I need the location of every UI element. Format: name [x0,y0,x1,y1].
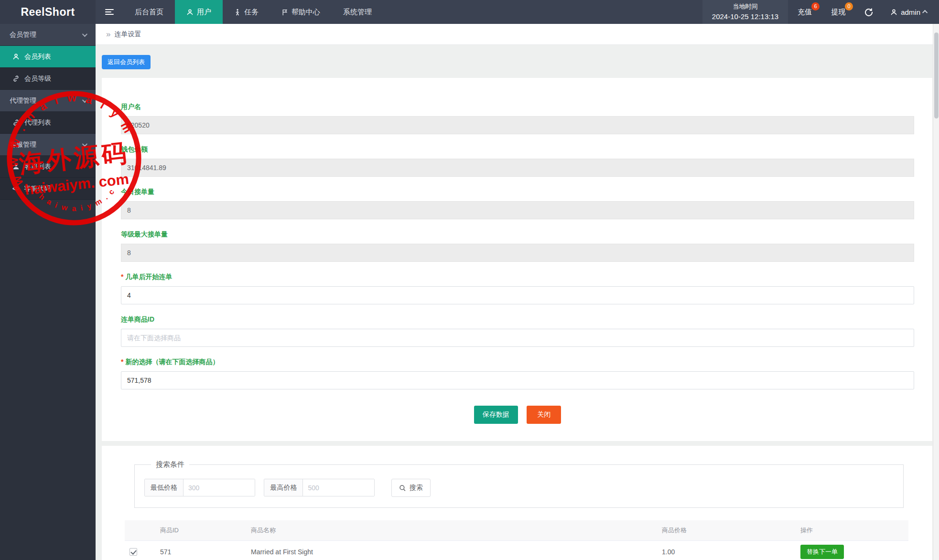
wallet-balance-input [121,159,914,177]
top-menu: 后台首页 用户 任务 帮助中心 系统管理 [123,0,383,24]
today-orders-input [121,201,914,219]
local-time: 当地时间 2024-10-25 12:13:13 [702,0,788,24]
field-new-selection: *新的选择（请在下面选择商品） [121,358,914,389]
admin-app: ReelShort 后台首页 用户 任务 帮助中心 系统管理 [0,0,939,560]
field-wallet-balance: 钱包余额 [121,145,914,177]
search-legend: 搜索条件 [151,460,189,469]
table-row: 571 Married at First Sight 1.00 替换下一单 [125,540,908,560]
form-buttons: 保存数据 关闭 [121,406,914,424]
field-chain-product-id: 连单商品ID [121,315,914,347]
new-selection-input[interactable] [121,371,914,389]
field-level-max-orders: 等级最大接单量 [121,230,914,262]
product-name: Married at First Sight [246,540,657,560]
local-time-label: 当地时间 [733,2,757,11]
sidebar: 会员管理 会员列表 会员等级 代理管理 代理列表 客服管理 客服列表 </> [0,24,96,560]
max-price-group: 最高价格 [264,479,375,496]
username-input [121,116,914,134]
refresh-button[interactable] [855,0,883,24]
user-icon [12,53,20,60]
sidebar-group-agent-management[interactable]: 代理管理 [0,90,96,112]
sidebar-toggle-button[interactable] [96,0,123,24]
sidebar-item-support-list[interactable]: 客服列表 [0,156,96,178]
min-price-group: 最低价格 [144,479,255,496]
scrollbar-thumb[interactable] [934,32,939,118]
sidebar-item-member-list[interactable]: 会员列表 [0,46,96,68]
max-price-input[interactable] [303,479,374,496]
col-product-id: 商品ID [155,520,246,540]
chain-order-settings-form: 用户名 钱包余额 今日接单量 等级最大接单量 *几单后开始连单 连单商品ID [102,78,932,441]
chain-product-id-input[interactable] [121,329,914,347]
main-content: 返回会员列表 用户名 钱包余额 今日接单量 等级最大接单量 *几单后开始连单 [96,45,939,560]
breadcrumb: » 连单设置 [96,24,939,45]
refresh-icon [864,8,873,16]
top-menu-tasks[interactable]: 任务 [223,0,270,24]
chevron-down-icon [82,31,87,36]
save-data-button[interactable]: 保存数据 [474,406,518,424]
top-menu-dashboard[interactable]: 后台首页 [123,0,175,24]
user-solid-icon [12,163,20,170]
search-icon [399,485,406,492]
page-title: 连单设置 [114,30,141,39]
required-asterisk: * [121,273,123,280]
table-header-row: 商品ID 商品名称 商品价格 操作 [125,520,908,540]
account-name: admin [901,8,920,16]
replace-next-order-button[interactable]: 替换下一单 [800,545,844,559]
product-table: 商品ID 商品名称 商品价格 操作 571 Married at First S… [125,520,908,560]
user-icon [890,9,897,16]
field-today-orders: 今日接单量 [121,188,914,219]
sidebar-item-member-level[interactable]: 会员等级 [0,68,96,90]
chevron-down-icon [82,97,87,102]
required-asterisk: * [121,358,123,366]
flag-icon [281,9,288,16]
topbar-right: 当地时间 2024-10-25 12:13:13 充值 6 提现 0 admin [702,0,939,24]
search-button[interactable]: 搜索 [391,479,431,497]
sidebar-group-member-management[interactable]: 会员管理 [0,24,96,46]
close-button[interactable]: 关闭 [527,406,561,424]
col-product-price: 商品价格 [657,520,796,540]
min-price-label: 最低价格 [145,479,183,496]
withdraw-button[interactable]: 提现 0 [821,0,855,24]
walking-person-icon [234,9,241,16]
account-menu[interactable]: admin [883,0,939,24]
product-list-section: 搜索条件 最低价格 最高价格 搜索 [102,446,932,560]
back-to-member-list-button[interactable]: 返回会员列表 [102,55,151,69]
min-price-input[interactable] [183,479,255,496]
level-max-orders-input [121,244,914,262]
link-icon [12,119,20,126]
breadcrumb-icon: » [106,30,110,39]
recharge-badge: 6 [811,2,820,11]
start-chain-after-input[interactable] [121,286,914,304]
withdraw-badge: 0 [845,2,853,11]
page-scrollbar[interactable] [933,24,939,560]
field-start-chain-after: *几单后开始连单 [121,273,914,304]
chevron-down-icon [82,141,87,146]
code-icon: </> [12,185,19,192]
sidebar-group-support-management[interactable]: 客服管理 [0,134,96,156]
search-conditions: 搜索条件 最低价格 最高价格 搜索 [134,460,904,508]
sidebar-item-support-code[interactable]: </> 客服代码 [0,178,96,200]
toolbar: 返回会员列表 [96,45,939,78]
max-price-label: 最高价格 [264,479,303,496]
recharge-button[interactable]: 充值 6 [788,0,821,24]
top-menu-help-center[interactable]: 帮助中心 [270,0,332,24]
user-icon [186,9,194,16]
field-username: 用户名 [121,103,914,134]
top-menu-system[interactable]: 系统管理 [332,0,383,24]
col-actions: 操作 [796,520,908,540]
col-select [125,520,155,540]
row-checkbox[interactable] [130,548,137,556]
col-product-name: 商品名称 [246,520,657,540]
app-logo: ReelShort [0,0,96,24]
hamburger-icon [105,8,114,16]
top-menu-users[interactable]: 用户 [175,0,223,24]
chevron-up-icon [922,10,928,15]
local-time-value: 2024-10-25 12:13:13 [712,11,778,22]
topbar: ReelShort 后台首页 用户 任务 帮助中心 系统管理 [0,0,939,24]
link-icon [12,75,20,82]
product-id: 571 [155,540,246,560]
product-price: 1.00 [657,540,796,560]
sidebar-item-agent-list[interactable]: 代理列表 [0,112,96,134]
